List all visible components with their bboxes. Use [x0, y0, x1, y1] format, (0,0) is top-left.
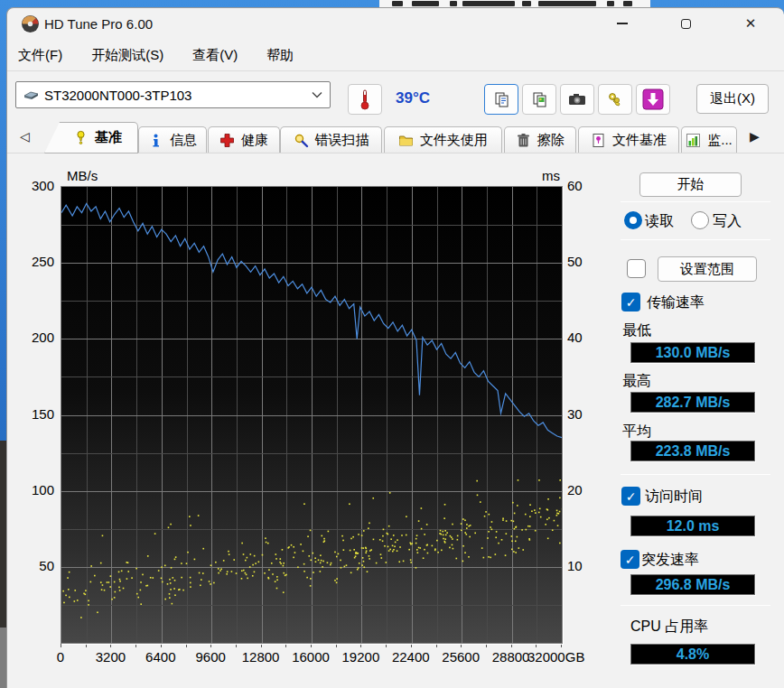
tab-scroll-right[interactable]: ▶: [750, 129, 760, 144]
benchmark-plot-frame: [61, 186, 563, 644]
close-button[interactable]: ✕: [737, 10, 764, 37]
tab-label: 信息: [170, 132, 197, 149]
read-label: 读取: [645, 212, 674, 231]
cpu-usage-label: CPU 占用率: [630, 618, 708, 637]
info-icon: [148, 133, 163, 148]
error-scan-icon: [294, 133, 309, 148]
x-axis-tick: [61, 644, 61, 647]
tab-label: 监...: [707, 132, 733, 149]
update-download-icon: [642, 88, 664, 110]
axis-tick-label: 0: [57, 649, 64, 665]
erase-trash-icon: [516, 133, 531, 148]
menu-help[interactable]: 帮助: [264, 45, 296, 66]
monitor-chart-icon: [686, 133, 701, 148]
check-icon: ✓: [626, 489, 637, 504]
x-axis-tick: [386, 644, 387, 647]
drive-select-dropdown[interactable]: ST32000NT000-3TP103: [15, 81, 331, 108]
tab-health[interactable]: 健康: [208, 126, 280, 153]
x-axis-tick: [261, 644, 262, 647]
menu-start-test[interactable]: 开始测试(S): [89, 45, 166, 66]
menubar: 文件(F) 开始测试(S) 查看(V) 帮助: [15, 41, 296, 70]
axis-tick-label: 12800: [242, 649, 280, 665]
access-time-label: 访问时间: [645, 488, 703, 507]
axis-tick-label: 20: [567, 482, 602, 497]
copy-image-button[interactable]: [522, 84, 556, 115]
menu-view[interactable]: 查看(V): [190, 45, 240, 66]
hd-tune-window: HD Tune Pro 6.00 ✕ 文件(F) 开始测试(S) 查看(V) 帮…: [6, 7, 784, 688]
tab-erase[interactable]: 擦除: [504, 126, 576, 153]
x-axis-tick: [561, 644, 562, 647]
maximum-value: 282.7 MB/s: [630, 392, 755, 413]
start-button[interactable]: 开始: [639, 172, 742, 197]
x-axis-tick: [110, 644, 111, 647]
temperature-button[interactable]: [348, 84, 382, 115]
minimum-value: 130.0 MB/s: [630, 342, 755, 363]
x-axis-tick: [436, 644, 437, 647]
axis-tick-label: 50: [20, 558, 54, 573]
access-time-checkbox[interactable]: ✓: [621, 487, 640, 506]
health-cross-icon: [219, 133, 235, 148]
axis-tick-label: 28800: [492, 649, 530, 665]
tab-file-benchmark[interactable]: 文件基准: [578, 126, 679, 153]
set-range-button[interactable]: 设置范围: [658, 256, 757, 282]
tab-folder-usage[interactable]: 文件夹使用: [384, 126, 502, 153]
axis-tick-label: 30: [567, 406, 602, 422]
menu-file[interactable]: 文件(F): [15, 45, 65, 66]
benchmark-bulb-icon: [73, 130, 89, 145]
tab-info[interactable]: 信息: [138, 126, 207, 153]
axis-tick-label: 16000: [292, 649, 330, 665]
maximize-button[interactable]: [672, 10, 699, 37]
tab-error-scan[interactable]: 错误扫描: [280, 126, 382, 153]
axis-tick-label: 200: [20, 330, 54, 345]
x-axis-tick: [461, 644, 462, 647]
tab-label: 基准: [95, 129, 122, 146]
tab-label: 文件基准: [612, 132, 667, 149]
x-axis-tick: [135, 644, 136, 647]
x-axis-tick: [511, 644, 512, 647]
x-axis-tick: [86, 644, 87, 647]
write-radio[interactable]: [691, 211, 709, 229]
minimum-label: 最低: [622, 321, 651, 340]
update-button[interactable]: [636, 84, 670, 115]
copy-text-button[interactable]: [484, 84, 518, 115]
read-radio[interactable]: [624, 211, 642, 229]
menu-separator: [7, 70, 784, 71]
x-axis-tick: [236, 644, 237, 647]
minimize-button[interactable]: [609, 10, 636, 37]
set-range-checkbox[interactable]: [627, 259, 646, 278]
x-axis-tick: [161, 644, 162, 647]
axis-tick-label: 40: [567, 330, 602, 345]
copy-text-icon: [494, 92, 509, 107]
axis-tick-label: 3200: [96, 649, 126, 665]
axis-tick-label: 300: [20, 178, 54, 193]
x-axis-tick: [411, 644, 412, 647]
check-icon: ✓: [626, 295, 637, 310]
disk-drive-icon: [23, 88, 39, 103]
x-axis-tick: [360, 644, 361, 647]
access-time-value: 12.0 ms: [630, 516, 755, 536]
temperature-value: 39°C: [396, 89, 430, 107]
x-axis-tick: [536, 644, 537, 647]
burst-rate-checkbox[interactable]: ✓: [621, 550, 639, 569]
axis-tick-label: 25600: [442, 649, 480, 665]
axis-tick-label: 10: [567, 558, 602, 573]
tab-benchmark[interactable]: 基准: [44, 122, 138, 153]
exit-button[interactable]: 退出(X): [696, 84, 769, 114]
transfer-rate-checkbox[interactable]: ✓: [621, 293, 640, 311]
axis-tick-label: 250: [20, 254, 54, 269]
register-icon: [607, 91, 623, 107]
x-axis-tick: [285, 644, 286, 647]
tab-label: 擦除: [537, 132, 565, 149]
x-axis-tick: [186, 644, 187, 647]
axis-tick-label: 100: [20, 482, 54, 497]
write-label: 写入: [713, 212, 742, 231]
tab-monitor[interactable]: 监...: [681, 126, 737, 153]
copy-image-icon: [532, 92, 547, 107]
axis-tick-label: 150: [20, 406, 54, 422]
tab-scroll-left[interactable]: ◁: [20, 129, 30, 144]
x-axis-tick: [336, 644, 337, 647]
axis-tick-label: 19200: [342, 649, 380, 665]
screenshot-button[interactable]: [560, 84, 594, 115]
register-button[interactable]: [598, 84, 632, 115]
left-axis-unit: MB/s: [67, 168, 98, 183]
